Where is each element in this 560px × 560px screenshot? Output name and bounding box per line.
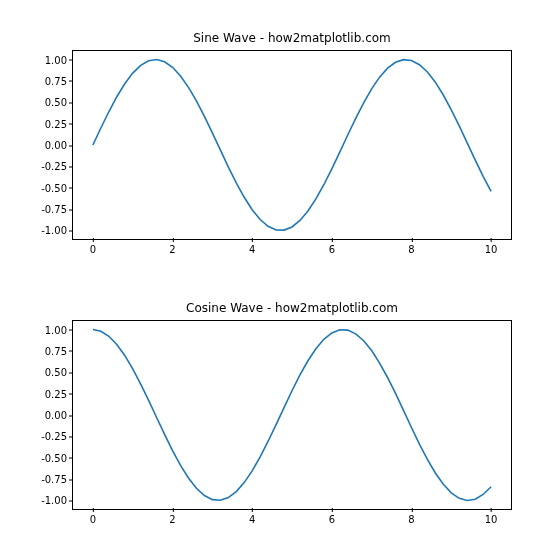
y-tick-label: 1.00 — [33, 54, 67, 65]
x-tick-label: 8 — [408, 514, 414, 525]
x-tick-label: 10 — [485, 244, 498, 255]
y-tick-label: 0.25 — [33, 388, 67, 399]
line-cosine — [73, 321, 511, 509]
y-tick-label: 0.75 — [33, 345, 67, 356]
x-tick-label: 4 — [249, 514, 255, 525]
x-tick-label: 0 — [90, 244, 96, 255]
x-tick-label: 2 — [169, 514, 175, 525]
x-tick-label: 4 — [249, 244, 255, 255]
x-tick-label: 6 — [329, 514, 335, 525]
y-tick-label: -0.75 — [33, 204, 67, 215]
y-tick-label: 0.75 — [33, 75, 67, 86]
y-tick-label: 0.25 — [33, 118, 67, 129]
y-tick-label: -0.25 — [33, 161, 67, 172]
x-tick-label: 0 — [90, 514, 96, 525]
y-tick-label: -1.00 — [33, 495, 67, 506]
y-tick-label: -1.00 — [33, 225, 67, 236]
x-tick-label: 8 — [408, 244, 414, 255]
x-tick-label: 2 — [169, 244, 175, 255]
figure: Sine Wave - how2matplotlib.com -1.00-0.7… — [0, 0, 560, 560]
subplot-sine: Sine Wave - how2matplotlib.com -1.00-0.7… — [72, 50, 512, 240]
chart-title: Cosine Wave - how2matplotlib.com — [73, 301, 511, 315]
y-tick-label: 0.50 — [33, 97, 67, 108]
subplot-cosine: Cosine Wave - how2matplotlib.com -1.00-0… — [72, 320, 512, 510]
y-tick-label: 1.00 — [33, 324, 67, 335]
y-tick-label: -0.50 — [33, 182, 67, 193]
y-tick-label: -0.50 — [33, 452, 67, 463]
y-tick-label: 0.50 — [33, 367, 67, 378]
y-tick-label: -0.75 — [33, 474, 67, 485]
chart-title: Sine Wave - how2matplotlib.com — [73, 31, 511, 45]
y-tick-label: -0.25 — [33, 431, 67, 442]
x-tick-label: 10 — [485, 514, 498, 525]
line-sine — [73, 51, 511, 239]
x-tick-label: 6 — [329, 244, 335, 255]
y-tick-label: 0.00 — [33, 140, 67, 151]
y-tick-label: 0.00 — [33, 410, 67, 421]
